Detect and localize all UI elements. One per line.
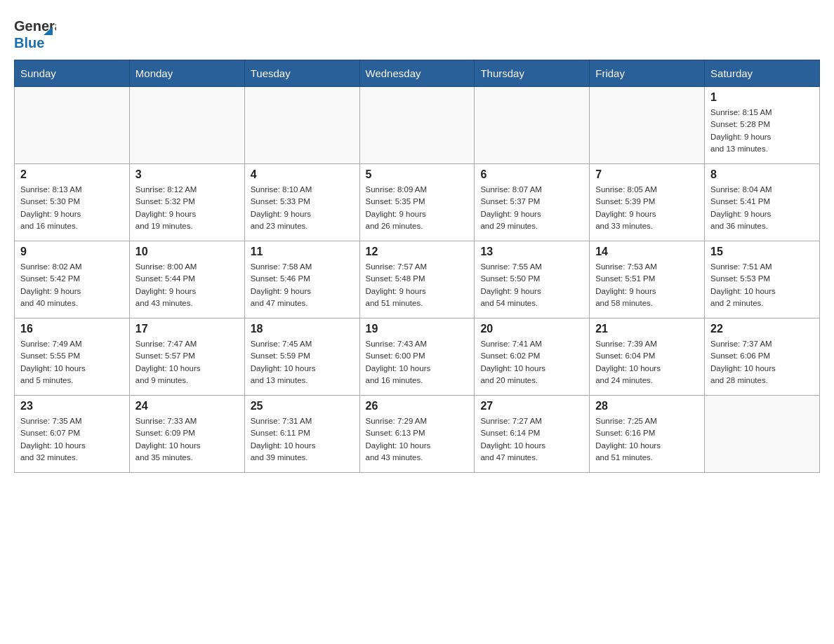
calendar-cell: 22Sunrise: 7:37 AM Sunset: 6:06 PM Dayli… [705,318,820,396]
calendar-cell: 3Sunrise: 8:12 AM Sunset: 5:32 PM Daylig… [129,164,244,241]
day-info: Sunrise: 8:12 AM Sunset: 5:32 PM Dayligh… [135,184,239,232]
day-number: 13 [480,246,583,258]
day-info: Sunrise: 7:47 AM Sunset: 5:57 PM Dayligh… [135,338,239,387]
day-info: Sunrise: 7:31 AM Sunset: 6:11 PM Dayligh… [251,415,354,464]
calendar-cell [475,87,590,164]
calendar-cell: 20Sunrise: 7:41 AM Sunset: 6:02 PM Dayli… [475,318,590,396]
day-info: Sunrise: 8:04 AM Sunset: 5:41 PM Dayligh… [710,184,814,232]
calendar-cell: 21Sunrise: 7:39 AM Sunset: 6:04 PM Dayli… [590,318,705,396]
day-number: 24 [135,400,239,412]
calendar-cell [705,396,820,473]
calendar-cell [129,87,244,164]
week-row-1: 2Sunrise: 8:13 AM Sunset: 5:30 PM Daylig… [15,164,820,241]
day-of-week-sunday: Sunday [15,60,130,87]
day-number: 22 [710,323,814,335]
svg-text:Blue: Blue [14,35,44,51]
day-number: 14 [595,246,699,258]
day-number: 10 [135,246,239,258]
calendar-cell [15,87,130,164]
calendar-cell: 26Sunrise: 7:29 AM Sunset: 6:13 PM Dayli… [359,396,475,473]
day-number: 4 [251,168,354,181]
calendar-header: SundayMondayTuesdayWednesdayThursdayFrid… [15,60,820,87]
calendar-cell: 11Sunrise: 7:58 AM Sunset: 5:46 PM Dayli… [244,241,359,318]
calendar-cell: 14Sunrise: 7:53 AM Sunset: 5:51 PM Dayli… [590,241,705,318]
day-info: Sunrise: 7:49 AM Sunset: 5:55 PM Dayligh… [20,338,124,387]
calendar-cell: 28Sunrise: 7:25 AM Sunset: 6:16 PM Dayli… [590,396,705,473]
day-info: Sunrise: 7:55 AM Sunset: 5:50 PM Dayligh… [480,261,583,309]
calendar-cell: 15Sunrise: 7:51 AM Sunset: 5:53 PM Dayli… [705,241,820,318]
day-info: Sunrise: 7:35 AM Sunset: 6:07 PM Dayligh… [20,415,124,464]
day-number: 2 [20,168,124,181]
day-info: Sunrise: 8:09 AM Sunset: 5:35 PM Dayligh… [366,184,469,232]
day-info: Sunrise: 7:29 AM Sunset: 6:13 PM Dayligh… [366,415,469,464]
day-info: Sunrise: 7:45 AM Sunset: 5:59 PM Dayligh… [251,338,354,387]
week-row-2: 9Sunrise: 8:02 AM Sunset: 5:42 PM Daylig… [15,241,820,318]
calendar-cell: 13Sunrise: 7:55 AM Sunset: 5:50 PM Dayli… [475,241,590,318]
week-row-3: 16Sunrise: 7:49 AM Sunset: 5:55 PM Dayli… [15,318,820,396]
logo: General Blue [14,14,56,53]
calendar-cell [244,87,359,164]
day-number: 9 [20,246,124,258]
calendar-cell: 23Sunrise: 7:35 AM Sunset: 6:07 PM Dayli… [15,396,130,473]
day-of-week-wednesday: Wednesday [359,60,475,87]
day-number: 28 [595,400,699,412]
day-of-week-tuesday: Tuesday [244,60,359,87]
day-info: Sunrise: 7:27 AM Sunset: 6:14 PM Dayligh… [480,415,583,464]
day-number: 12 [366,246,469,258]
day-number: 19 [366,323,469,335]
day-info: Sunrise: 7:37 AM Sunset: 6:06 PM Dayligh… [710,338,814,387]
week-row-0: 1Sunrise: 8:15 AM Sunset: 5:28 PM Daylig… [15,87,820,164]
calendar-cell: 2Sunrise: 8:13 AM Sunset: 5:30 PM Daylig… [15,164,130,241]
calendar-cell: 6Sunrise: 8:07 AM Sunset: 5:37 PM Daylig… [475,164,590,241]
days-of-week-row: SundayMondayTuesdayWednesdayThursdayFrid… [15,60,820,87]
logo-icon: General Blue [14,14,56,53]
day-info: Sunrise: 7:43 AM Sunset: 6:00 PM Dayligh… [366,338,469,387]
calendar-cell: 18Sunrise: 7:45 AM Sunset: 5:59 PM Dayli… [244,318,359,396]
calendar-cell: 1Sunrise: 8:15 AM Sunset: 5:28 PM Daylig… [705,87,820,164]
day-number: 20 [480,323,583,335]
day-number: 21 [595,323,699,335]
calendar-cell: 12Sunrise: 7:57 AM Sunset: 5:48 PM Dayli… [359,241,475,318]
day-number: 18 [251,323,354,335]
day-number: 8 [710,168,814,181]
day-number: 3 [135,168,239,181]
calendar-cell: 27Sunrise: 7:27 AM Sunset: 6:14 PM Dayli… [475,396,590,473]
day-number: 23 [20,400,124,412]
day-info: Sunrise: 7:57 AM Sunset: 5:48 PM Dayligh… [366,261,469,309]
day-of-week-friday: Friday [590,60,705,87]
day-number: 25 [251,400,354,412]
calendar-cell: 8Sunrise: 8:04 AM Sunset: 5:41 PM Daylig… [705,164,820,241]
week-row-4: 23Sunrise: 7:35 AM Sunset: 6:07 PM Dayli… [15,396,820,473]
calendar-table: SundayMondayTuesdayWednesdayThursdayFrid… [14,60,820,473]
day-number: 16 [20,323,124,335]
day-info: Sunrise: 7:51 AM Sunset: 5:53 PM Dayligh… [710,261,814,309]
day-info: Sunrise: 7:41 AM Sunset: 6:02 PM Dayligh… [480,338,583,387]
day-number: 5 [366,168,469,181]
day-info: Sunrise: 7:53 AM Sunset: 5:51 PM Dayligh… [595,261,699,309]
day-number: 7 [595,168,699,181]
day-info: Sunrise: 8:13 AM Sunset: 5:30 PM Dayligh… [20,184,124,232]
day-number: 1 [710,91,814,104]
calendar-cell: 4Sunrise: 8:10 AM Sunset: 5:33 PM Daylig… [244,164,359,241]
day-info: Sunrise: 7:25 AM Sunset: 6:16 PM Dayligh… [595,415,699,464]
day-info: Sunrise: 8:05 AM Sunset: 5:39 PM Dayligh… [595,184,699,232]
page-header: General Blue [14,14,820,53]
day-info: Sunrise: 8:07 AM Sunset: 5:37 PM Dayligh… [480,184,583,232]
calendar-body: 1Sunrise: 8:15 AM Sunset: 5:28 PM Daylig… [15,87,820,473]
day-of-week-thursday: Thursday [475,60,590,87]
day-info: Sunrise: 7:33 AM Sunset: 6:09 PM Dayligh… [135,415,239,464]
day-number: 17 [135,323,239,335]
calendar-cell: 5Sunrise: 8:09 AM Sunset: 5:35 PM Daylig… [359,164,475,241]
day-of-week-monday: Monday [129,60,244,87]
day-number: 11 [251,246,354,258]
day-info: Sunrise: 8:00 AM Sunset: 5:44 PM Dayligh… [135,261,239,309]
calendar-cell: 25Sunrise: 7:31 AM Sunset: 6:11 PM Dayli… [244,396,359,473]
calendar-cell: 17Sunrise: 7:47 AM Sunset: 5:57 PM Dayli… [129,318,244,396]
day-number: 6 [480,168,583,181]
calendar-cell [590,87,705,164]
day-info: Sunrise: 8:02 AM Sunset: 5:42 PM Dayligh… [20,261,124,309]
day-of-week-saturday: Saturday [705,60,820,87]
calendar-cell: 10Sunrise: 8:00 AM Sunset: 5:44 PM Dayli… [129,241,244,318]
calendar-cell: 9Sunrise: 8:02 AM Sunset: 5:42 PM Daylig… [15,241,130,318]
calendar-cell: 16Sunrise: 7:49 AM Sunset: 5:55 PM Dayli… [15,318,130,396]
